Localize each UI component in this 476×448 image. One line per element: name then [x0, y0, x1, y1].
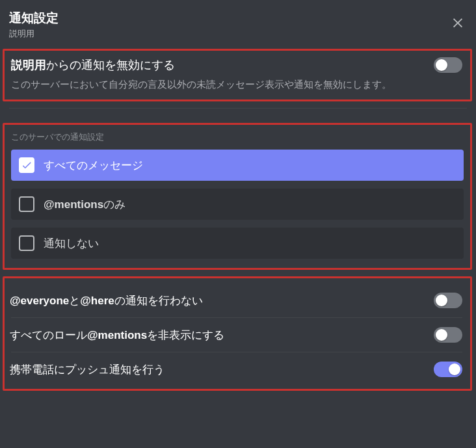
header-titles: 通知設定 説明用 [9, 10, 59, 40]
toggle-label: すべてのロール@mentionsを非表示にする [10, 328, 224, 343]
toggle-knob [436, 295, 447, 306]
close-icon [451, 15, 465, 29]
notification-mode-heading: このサーバでの通知設定 [11, 131, 464, 143]
dialog-subtitle: 説明用 [9, 28, 59, 40]
radio-option-all-messages[interactable]: すべてのメッセージ [11, 150, 464, 181]
mute-server-label-rest: からの通知を無効にする [46, 59, 175, 72]
toggle-knob [436, 329, 447, 341]
checkbox-icon [19, 235, 34, 251]
mute-server-name: 説明用 [11, 59, 46, 72]
radio-label: すべてのメッセージ [44, 158, 143, 173]
toggle-label: 携帯電話にプッシュ通知を行う [10, 362, 165, 377]
everyone-text: @everyone [10, 295, 69, 307]
checkbox-icon [19, 157, 34, 173]
toggle-label: @everyoneと@hereの通知を行わない [10, 293, 203, 308]
radio-option-nothing[interactable]: 通知しない [11, 228, 464, 259]
dialog-header: 通知設定 説明用 [0, 0, 476, 46]
mute-server-label: 説明用からの通知を無効にする [11, 57, 175, 73]
toggle-switch-mobile-push[interactable] [434, 362, 462, 377]
checkbox-icon [19, 196, 34, 212]
toggle-knob [436, 59, 447, 71]
notification-mode-section: このサーバでの通知設定 すべてのメッセージ @mentionsのみ 通知しない [3, 123, 472, 270]
toggle-switch-suppress-roles[interactable] [434, 327, 462, 343]
mentions-text: @mentions [44, 198, 103, 211]
mute-server-row: 説明用からの通知を無効にする [11, 57, 462, 73]
close-button[interactable] [449, 13, 467, 31]
toggle-suppress-role-mentions: すべてのロール@mentionsを非表示にする [10, 318, 464, 352]
divider [9, 108, 467, 109]
toggle-mobile-push: 携帯電話にプッシュ通知を行う [10, 352, 464, 386]
here-text: @here [80, 295, 114, 307]
mute-server-section: 説明用からの通知を無効にする このサーバーにおいて自分宛の言及以外の未読メッセー… [3, 49, 472, 102]
suppress-toggles-section: @everyoneと@hereの通知を行わない すべてのロール@mentions… [3, 276, 472, 391]
dialog-title: 通知設定 [9, 10, 59, 27]
radio-option-mentions-only[interactable]: @mentionsのみ [11, 189, 464, 220]
toggle-switch-suppress-everyone[interactable] [434, 293, 462, 308]
toggle-knob [449, 363, 460, 375]
toggle-suppress-everyone: @everyoneと@hereの通知を行わない [10, 283, 464, 317]
mentions-text: @mentions [87, 329, 147, 341]
mute-server-description: このサーバーにおいて自分宛の言及以外の未読メッセージ表示や通知を無効にします。 [11, 77, 462, 92]
radio-label: @mentionsのみ [44, 197, 126, 212]
mentions-suffix: のみ [103, 198, 126, 211]
mute-server-toggle[interactable] [434, 57, 462, 73]
radio-label: 通知しない [44, 236, 99, 251]
